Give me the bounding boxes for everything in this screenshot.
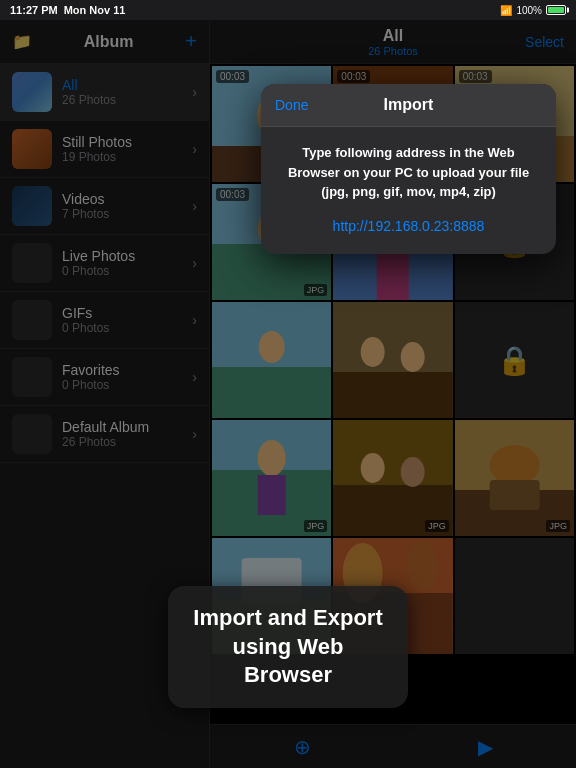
modal-header: Done Import [261,84,556,127]
modal-body: Type following address in the Web Browse… [261,127,556,254]
modal-instruction: Type following address in the Web Browse… [281,143,536,202]
banner-text: Import and Export using Web Browser [188,604,388,690]
modal-url[interactable]: http://192.168.0.23:8888 [281,218,536,234]
status-time: 11:27 PM [10,4,58,16]
modal-header-wrap: Done Import [261,84,556,127]
battery-icon [546,5,566,15]
modal-done-button[interactable]: Done [275,97,308,113]
import-modal: Done Import Type following address in th… [261,84,556,254]
battery-label: 100% [516,5,542,16]
status-right: 📶 100% [500,5,566,16]
status-date: Mon Nov 11 [64,4,126,16]
wifi-icon: 📶 [500,5,512,16]
import-export-banner: Import and Export using Web Browser [168,586,408,708]
status-bar: 11:27 PM Mon Nov 11 📶 100% [0,0,576,20]
modal-title: Import [384,96,434,113]
